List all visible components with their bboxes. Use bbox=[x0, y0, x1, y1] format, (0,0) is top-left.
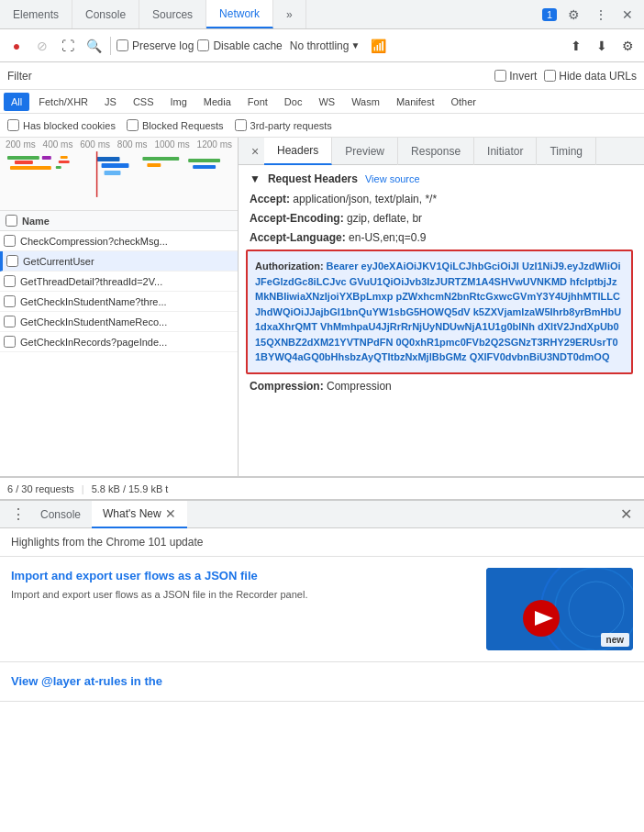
tab-sources-label: Sources bbox=[152, 8, 193, 21]
request-row-0[interactable]: CheckCompression?checkMsg... bbox=[0, 231, 238, 251]
network-toolbar: ● ⊘ ⛶ 🔍 Preserve log Disable cache No th… bbox=[0, 29, 644, 62]
disable-cache-checkbox[interactable] bbox=[197, 39, 209, 51]
close-icon[interactable]: ✕ bbox=[618, 6, 637, 24]
whats-new-desc-0: Import and export user flows as a JSON f… bbox=[11, 588, 475, 602]
wifi-icon-button[interactable]: 📶 bbox=[367, 35, 389, 57]
row-0-checkbox bbox=[4, 235, 20, 247]
timeline-area: 200 ms 400 ms 600 ms 800 ms 1000 ms 1200… bbox=[0, 138, 238, 211]
panel-close-button[interactable]: × bbox=[246, 142, 264, 161]
request-row-2[interactable]: GetThreadDetail?threadId=2V... bbox=[0, 272, 238, 292]
disable-cache-label[interactable]: Disable cache bbox=[197, 39, 282, 52]
preserve-log-label[interactable]: Preserve log bbox=[117, 39, 194, 52]
type-tab-all[interactable]: All bbox=[4, 93, 29, 111]
sub-tab-headers[interactable]: Headers bbox=[264, 138, 332, 165]
timeline-svg bbox=[6, 151, 232, 197]
filter-icon-button[interactable]: ⛶ bbox=[57, 35, 79, 57]
request-row-3[interactable]: GetCheckInStudentName?thre... bbox=[0, 292, 238, 312]
whats-new-text-1: View @layer at-rules in the bbox=[11, 673, 633, 690]
type-tab-css[interactable]: CSS bbox=[126, 93, 161, 111]
svg-rect-12 bbox=[147, 163, 161, 167]
type-tab-wasm[interactable]: Wasm bbox=[344, 93, 387, 111]
timeline-label-1200: 1200 ms bbox=[197, 139, 232, 150]
sub-tab-initiator[interactable]: Initiator bbox=[474, 138, 537, 165]
row-5-checkbox bbox=[4, 336, 20, 348]
headers-content: ▼ Request Headers View source Accept: ap… bbox=[239, 165, 644, 476]
type-tab-manifest[interactable]: Manifest bbox=[389, 93, 442, 111]
tab-console[interactable]: Console bbox=[72, 0, 139, 28]
sub-tab-response[interactable]: Response bbox=[398, 138, 474, 165]
more-icon[interactable]: ⋮ bbox=[591, 6, 611, 24]
hide-data-urls-label[interactable]: Hide data URLs bbox=[544, 70, 637, 83]
status-bar: 6 / 30 requests | 5.8 kB / 15.9 kB t bbox=[0, 477, 644, 499]
tab-elements[interactable]: Elements bbox=[0, 0, 72, 28]
select-all-checkbox[interactable] bbox=[6, 215, 17, 227]
bottom-panel: ⋮ Console What's New ✕ ✕ Highlights from… bbox=[0, 499, 644, 756]
hide-data-urls-checkbox[interactable] bbox=[544, 70, 556, 82]
row-4-cb[interactable] bbox=[4, 316, 16, 327]
view-source-link[interactable]: View source bbox=[365, 173, 420, 184]
type-tab-img[interactable]: Img bbox=[163, 93, 194, 111]
whatsnew-close-icon[interactable]: ✕ bbox=[165, 506, 176, 521]
blocked-requests-checkbox[interactable] bbox=[127, 119, 139, 131]
request-headers-title[interactable]: ▼ Request Headers View source bbox=[250, 172, 633, 185]
row-2-name: GetThreadDetail?threadId=2V... bbox=[20, 276, 234, 287]
toolbar-divider-1 bbox=[110, 37, 111, 55]
timeline-label-800: 800 ms bbox=[117, 139, 148, 150]
throttle-select[interactable]: No throttling ▼ bbox=[286, 38, 364, 54]
third-party-checkbox[interactable] bbox=[235, 119, 247, 131]
row-1-cb[interactable] bbox=[6, 255, 18, 267]
record-button[interactable]: ● bbox=[6, 35, 28, 57]
whats-new-link-1[interactable]: View @layer at-rules in the bbox=[11, 673, 633, 690]
settings-icon[interactable]: ⚙ bbox=[564, 6, 583, 24]
sub-tab-timing[interactable]: Timing bbox=[537, 138, 596, 165]
blocked-requests-label[interactable]: Blocked Requests bbox=[127, 119, 224, 131]
svg-rect-0 bbox=[7, 156, 39, 160]
row-0-name: CheckCompression?checkMsg... bbox=[20, 236, 234, 247]
row-5-cb[interactable] bbox=[4, 336, 16, 348]
preserve-log-text: Preserve log bbox=[132, 39, 194, 52]
bottom-panel-close[interactable]: ✕ bbox=[615, 504, 637, 526]
bottom-panel-menu[interactable]: ⋮ bbox=[7, 504, 29, 526]
bottom-tab-whatsnew[interactable]: What's New ✕ bbox=[92, 501, 187, 528]
sub-tab-preview[interactable]: Preview bbox=[332, 138, 398, 165]
clear-button[interactable]: ⊘ bbox=[31, 35, 53, 57]
whats-new-text-0: Import and export user flows as a JSON f… bbox=[11, 568, 475, 603]
invert-checkbox[interactable] bbox=[494, 70, 506, 82]
type-tab-other[interactable]: Other bbox=[443, 93, 483, 111]
type-tab-font[interactable]: Font bbox=[240, 93, 275, 111]
row-0-cb[interactable] bbox=[4, 235, 16, 247]
timeline-label-200: 200 ms bbox=[6, 139, 36, 150]
bottom-tab-whatsnew-label: What's New bbox=[103, 507, 161, 520]
third-party-label[interactable]: 3rd-party requests bbox=[235, 119, 332, 131]
invert-checkbox-label[interactable]: Invert bbox=[494, 70, 537, 83]
request-row-5[interactable]: GetCheckInRecords?pageInde... bbox=[0, 332, 238, 352]
type-tab-ws[interactable]: WS bbox=[311, 93, 342, 111]
bottom-content: Highlights from the Chrome 101 update Im… bbox=[0, 528, 644, 756]
request-row-4[interactable]: GetCheckInStudentNameReco... bbox=[0, 312, 238, 332]
network-settings-button[interactable]: ⚙ bbox=[616, 35, 638, 57]
type-tab-fetch[interactable]: Fetch/XHR bbox=[31, 93, 95, 111]
tab-more[interactable]: » bbox=[273, 0, 306, 28]
timeline-labels: 200 ms 400 ms 600 ms 800 ms 1000 ms 1200… bbox=[0, 138, 238, 151]
row-2-cb[interactable] bbox=[4, 275, 16, 287]
left-panel: 200 ms 400 ms 600 ms 800 ms 1000 ms 1200… bbox=[0, 138, 239, 476]
type-tab-doc[interactable]: Doc bbox=[277, 93, 310, 111]
blocked-cookies-label[interactable]: Has blocked cookies bbox=[7, 119, 116, 131]
request-row-1[interactable]: GetCurrentUser bbox=[0, 251, 238, 272]
blocked-cookies-checkbox[interactable] bbox=[7, 119, 19, 131]
tab-sources[interactable]: Sources bbox=[139, 0, 206, 28]
row-3-cb[interactable] bbox=[4, 295, 16, 307]
filter-input[interactable] bbox=[39, 70, 488, 83]
export-button[interactable]: ⬇ bbox=[591, 35, 613, 57]
preserve-log-checkbox[interactable] bbox=[117, 39, 128, 51]
tab-network[interactable]: Network bbox=[206, 0, 273, 28]
type-tab-media[interactable]: Media bbox=[196, 93, 239, 111]
search-button[interactable]: 🔍 bbox=[83, 35, 105, 57]
import-button[interactable]: ⬆ bbox=[565, 35, 587, 57]
row-3-checkbox bbox=[4, 295, 20, 307]
whats-new-link-0[interactable]: Import and export user flows as a JSON f… bbox=[11, 568, 475, 584]
section-title-text: Request Headers bbox=[268, 172, 358, 185]
bottom-tab-console[interactable]: Console bbox=[29, 501, 92, 528]
type-tab-js[interactable]: JS bbox=[97, 93, 124, 111]
row-2-checkbox bbox=[4, 275, 20, 287]
